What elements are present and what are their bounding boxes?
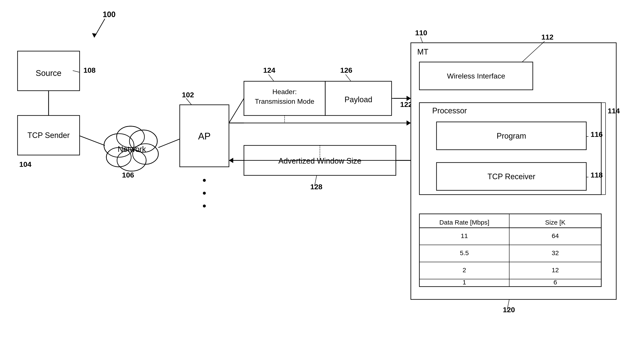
svg-text:•: •	[202, 200, 206, 212]
ref-114-label: 114	[608, 107, 620, 115]
ref-104-label: 104	[19, 160, 32, 168]
table-col2-header: Size [K	[545, 219, 565, 226]
ref-128-label: 128	[310, 183, 322, 191]
svg-line-26	[229, 98, 244, 123]
svg-line-35	[420, 37, 423, 43]
source-label: Source	[36, 69, 62, 78]
wireless-interface-label: Wireless Interface	[447, 72, 505, 80]
ref-120-label: 120	[503, 306, 515, 314]
svg-text:•: •	[202, 174, 206, 186]
table-row1-col2: 64	[552, 232, 559, 239]
tcp-sender-label: TCP Sender	[28, 131, 70, 140]
svg-marker-49	[407, 96, 411, 100]
svg-line-23	[269, 74, 274, 81]
svg-text:•: •	[202, 187, 206, 199]
payload-label: Payload	[344, 95, 372, 104]
svg-line-18	[80, 136, 105, 146]
mt-label: MT	[417, 48, 428, 56]
diagram-container: 100 Source 108 TCP Sender 104	[0, 0, 634, 364]
svg-text:Network: Network	[118, 145, 146, 154]
ref-124-label: 124	[263, 66, 275, 74]
ref-126-label: 126	[340, 66, 352, 74]
ref-102-label: 102	[182, 91, 194, 99]
table-row1-col1: 11	[461, 232, 468, 239]
ref-110-label: 110	[415, 29, 427, 37]
tcp-receiver-label: TCP Receiver	[487, 172, 535, 181]
svg-line-19	[186, 98, 192, 105]
ref-122-label: 122	[400, 100, 412, 108]
ref-112-label: 112	[541, 33, 553, 41]
diagram-svg: 100 Source 108 TCP Sender 104	[0, 0, 634, 364]
svg-text:Transmission Mode: Transmission Mode	[255, 98, 314, 105]
processor-label: Processor	[432, 106, 467, 115]
table-row4-col1: 1	[463, 279, 466, 286]
table-row4-col2: 6	[553, 279, 557, 286]
table-row2-col2: 32	[552, 249, 559, 256]
svg-marker-54	[407, 120, 411, 126]
ref-100-label: 100	[103, 10, 116, 19]
table-row3-col2: 12	[552, 266, 559, 274]
network-cloud: Network	[104, 126, 158, 171]
svg-line-24	[346, 74, 351, 81]
ref-116-label: 116	[590, 130, 603, 138]
svg-text:Header:: Header:	[272, 88, 297, 96]
ap-label: AP	[198, 131, 211, 141]
ref-118-label: 118	[590, 171, 603, 179]
svg-marker-56	[229, 158, 233, 163]
ref-108-label: 108	[84, 66, 96, 74]
table-row3-col1: 2	[463, 266, 466, 274]
ref-106-label: 106	[122, 171, 134, 179]
svg-line-20	[158, 139, 180, 148]
table-row2-col1: 5.5	[460, 249, 469, 256]
table-col1-header: Data Rate [Mbps]	[439, 219, 489, 226]
svg-marker-1	[92, 33, 97, 38]
program-label: Program	[497, 132, 526, 140]
